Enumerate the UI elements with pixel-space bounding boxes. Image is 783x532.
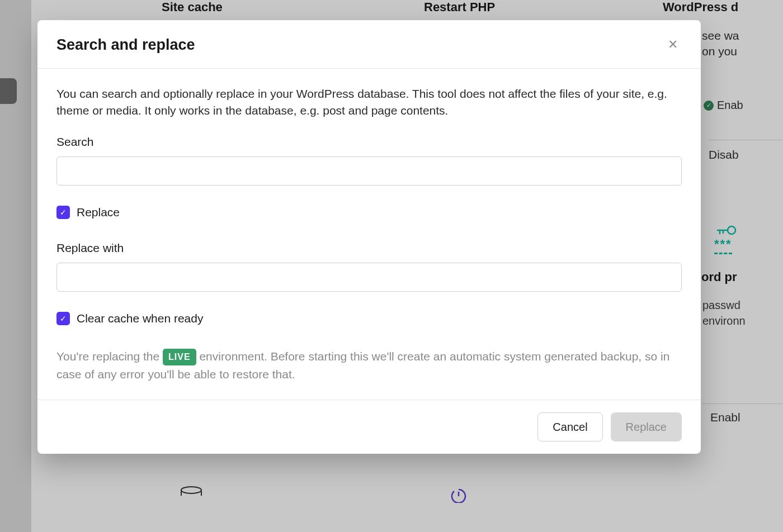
cancel-button[interactable]: Cancel (537, 412, 602, 441)
search-input[interactable] (56, 156, 682, 186)
modal-footer: Cancel Replace (37, 400, 701, 454)
clear-cache-checkbox-row: ✓ Clear cache when ready (56, 312, 682, 325)
check-icon: ✓ (60, 314, 67, 323)
search-label: Search (56, 135, 682, 149)
replace-checkbox[interactable]: ✓ (56, 206, 70, 219)
close-icon: ✕ (668, 37, 678, 52)
replace-button[interactable]: Replace (611, 412, 682, 441)
replace-with-input[interactable] (56, 263, 682, 292)
check-icon: ✓ (60, 208, 67, 217)
modal-header: Search and replace ✕ (37, 20, 701, 69)
note-prefix: You're replacing the (56, 350, 163, 363)
modal-title: Search and replace (56, 36, 195, 54)
replace-with-label: Replace with (56, 241, 682, 255)
modal-body: You can search and optionally replace in… (37, 69, 701, 400)
search-replace-modal: Search and replace ✕ You can search and … (37, 20, 701, 454)
replace-checkbox-label: Replace (77, 206, 120, 219)
environment-note: You're replacing the LIVE environment. B… (56, 348, 682, 383)
live-badge: LIVE (163, 349, 196, 365)
clear-cache-checkbox[interactable]: ✓ (56, 312, 70, 325)
close-button[interactable]: ✕ (664, 36, 682, 54)
clear-cache-checkbox-label: Clear cache when ready (77, 312, 203, 325)
modal-intro-text: You can search and optionally replace in… (56, 86, 682, 120)
replace-checkbox-row: ✓ Replace (56, 206, 682, 219)
